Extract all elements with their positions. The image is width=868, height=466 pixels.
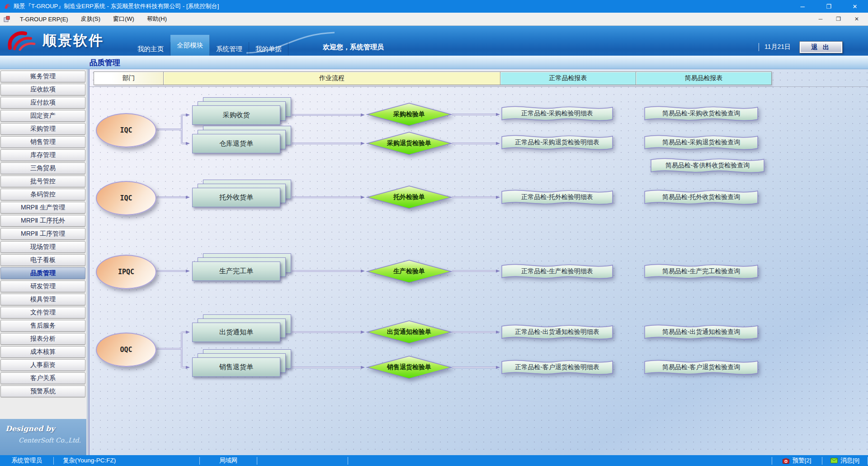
sidebar-item[interactable]: 品质管理 (0, 267, 85, 279)
flow-check-diamond[interactable]: 采购检验单 (366, 103, 452, 126)
flow-check-diamond[interactable]: 销售退货检验单 (366, 356, 452, 379)
flow-simple-report[interactable]: 简易品检-生产完工检验查询 (645, 262, 758, 281)
flow-check-diamond[interactable]: 出货通知检验单 (366, 320, 452, 344)
alert-toolbox-icon (783, 458, 789, 464)
brand-name: 顺景软件 (42, 31, 104, 50)
menubar-item[interactable]: 帮助(H) (141, 13, 173, 25)
status-network: 局域网 (200, 457, 257, 465)
sidebar-item[interactable]: 客户关系 (0, 372, 85, 384)
flow-simple-report[interactable]: 简易品检-出货通知检验查询 (645, 323, 758, 342)
welcome-text: 欢迎您，系统管理员 (323, 43, 384, 52)
sidebar-item[interactable]: 批号管控 (0, 176, 85, 187)
board-col-department: 部门 (94, 71, 164, 85)
minimize-icon (800, 3, 804, 10)
current-date: 11月21日 (759, 43, 791, 51)
status-empty (257, 457, 348, 465)
sidebar-item[interactable]: 模具管理 (0, 294, 85, 305)
header-tab[interactable]: 我的主页 (131, 42, 170, 56)
flow-simple-report[interactable]: 简易品检-采购收货检验查询 (645, 104, 758, 123)
flow-process-box[interactable]: 仓库退货单 (192, 134, 280, 153)
sidebar-item[interactable]: 研发管理 (0, 281, 85, 292)
header-tab[interactable]: 全部模块 (170, 35, 210, 56)
message-envelope-icon (830, 458, 838, 463)
status-terminal: 复杂(Young-PC:FZ) (54, 457, 200, 465)
flow-process-box[interactable]: 生产完工单 (192, 262, 280, 281)
mdi-restore-icon[interactable] (836, 16, 841, 22)
window-restore-button[interactable] (816, 0, 842, 13)
flow-normal-report[interactable]: 正常品检-采购退货检验明细表 (502, 133, 613, 152)
flow-check-diamond[interactable]: 托外检验单 (366, 185, 452, 209)
flow-process-box[interactable]: 出货通知单 (192, 323, 280, 342)
sidebar-item[interactable]: 账务管理 (0, 71, 85, 82)
window-close-button[interactable] (842, 0, 868, 13)
flow-process-box[interactable]: 采购收货 (192, 105, 280, 125)
sidebar-item[interactable]: MRPⅡ 工序管理 (0, 228, 85, 240)
sidebar-item[interactable]: 销售管理 (0, 136, 85, 148)
flow-process-box[interactable]: 销售退货单 (192, 357, 280, 377)
sidebar-item[interactable]: 应付款项 (0, 97, 85, 109)
flow-normal-report[interactable]: 正常品检-客户退货检验明细表 (502, 358, 613, 377)
board-header-row: 部门 作业流程 正常品检报表 简易品检报表 (94, 71, 772, 85)
sidebar-item[interactable]: 售后服务 (0, 320, 85, 332)
quality-flowchart-canvas: 部门 作业流程 正常品检报表 简易品检报表 IQC 采购收货 仓 (89, 69, 868, 455)
menubar: T-GROUP ERP(E)皮肤(S)窗口(W)帮助(H) (0, 13, 868, 26)
titlebar: 顺景『T-GROUP』制造业ERP系统 - 东莞顺景软件科技有限公司 - [系统… (0, 0, 868, 13)
sidebar-item[interactable]: MRPⅡ 工序托外 (0, 215, 85, 227)
menubar-item[interactable]: 窗口(W) (107, 13, 141, 25)
window-minimize-button[interactable] (789, 0, 816, 13)
header-tab[interactable]: 系统管理 (210, 42, 249, 56)
designed-by-panel: Designed by CenterSoft Co.,Ltd. (0, 419, 86, 455)
flow-simple-report[interactable]: 简易品检-客户退货检验查询 (645, 358, 758, 377)
sidebar-item[interactable]: 预警系统 (0, 385, 85, 397)
restore-icon (826, 3, 831, 10)
mdi-child-icon (4, 16, 10, 22)
company-text: CenterSoft Co.,Ltd. (5, 437, 81, 444)
sidebar-item[interactable]: MRPⅡ 生产管理 (0, 202, 85, 214)
subheader: 品质管理 (0, 56, 868, 69)
dept-ellipse: OQC (96, 333, 156, 367)
flow-simple-report[interactable]: 简易品检-托外收货检验查询 (645, 188, 758, 207)
app-logo-icon (4, 3, 11, 10)
flow-process-box[interactable]: 托外收货单 (192, 188, 280, 207)
header-tabs: 我的主页全部模块系统管理我的单据 (131, 26, 288, 56)
flow-check-diamond[interactable]: 采购退货检验单 (366, 132, 452, 155)
designed-by-text: Designed by (5, 424, 81, 433)
window-title: 顺景『T-GROUP』制造业ERP系统 - 东莞顺景软件科技有限公司 - [系统… (14, 2, 219, 10)
sidebar-item[interactable]: 电子看板 (0, 254, 85, 266)
header: 顺景软件 我的主页全部模块系统管理我的单据 欢迎您，系统管理员 11月21日 退… (0, 26, 868, 56)
sidebar-item[interactable]: 三角贸易 (0, 162, 85, 174)
sidebar-item[interactable]: 库存管理 (0, 149, 85, 161)
mdi-minimize-icon[interactable] (819, 16, 823, 22)
sidebar-item[interactable]: 现场管理 (0, 241, 85, 253)
flow-normal-report[interactable]: 正常品检-托外检验明细表 (502, 188, 613, 207)
flow-simple-report[interactable]: 简易品检-客供料收货检验查询 (651, 156, 764, 175)
mdi-controls (819, 16, 859, 22)
status-user: 系统管理员 (0, 457, 54, 465)
flow-normal-report[interactable]: 正常品检-采购检验明细表 (502, 104, 613, 123)
status-alert[interactable]: 预警[2] (772, 457, 822, 465)
board-col-normal-report: 正常品检报表 (500, 71, 636, 85)
flow-check-diamond[interactable]: 生产检验单 (366, 260, 452, 283)
board-col-workflow: 作业流程 (164, 71, 500, 85)
sidebar-item[interactable]: 文件管理 (0, 307, 85, 319)
sidebar-item[interactable]: 采购管理 (0, 123, 85, 135)
flow-normal-report[interactable]: 正常品检-出货通知检验明细表 (502, 323, 613, 342)
mdi-close-icon[interactable] (854, 16, 859, 22)
sidebar-item[interactable]: 人事薪资 (0, 359, 85, 371)
dept-ellipse: IPQC (96, 255, 156, 289)
exit-button[interactable]: 退 出 (799, 41, 843, 53)
flow-simple-report[interactable]: 简易品检-采购退货检验查询 (645, 133, 758, 152)
sidebar-item[interactable]: 应收款项 (0, 84, 85, 95)
header-tab[interactable]: 我的单据 (249, 42, 288, 56)
menubar-item[interactable]: 皮肤(S) (75, 13, 107, 25)
sidebar-item[interactable]: 报表分析 (0, 333, 85, 345)
flow-normal-report[interactable]: 正常品检-生产检验明细表 (502, 262, 613, 281)
status-message[interactable]: 消息[9] (822, 457, 868, 465)
menubar-item[interactable]: T-GROUP ERP(E) (14, 13, 75, 25)
sidebar-item[interactable]: 固定资产 (0, 110, 85, 122)
board-col-simple-report: 简易品检报表 (636, 71, 772, 85)
sidebar-item[interactable]: 成本核算 (0, 346, 85, 358)
menu-items: T-GROUP ERP(E)皮肤(S)窗口(W)帮助(H) (14, 13, 173, 25)
sidebar-item[interactable]: 条码管控 (0, 189, 85, 200)
dept-ellipse: IQC (96, 113, 156, 147)
